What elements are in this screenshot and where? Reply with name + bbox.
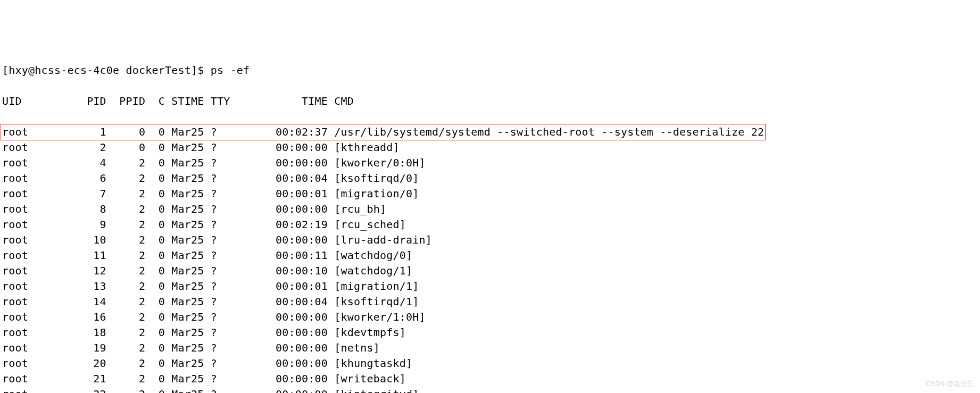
ps-header: UID PID PPID C STIME TTY TIME CMD bbox=[2, 94, 978, 109]
table-row: root 10 2 0 Mar25 ? 00:00:00 [lru-add-dr… bbox=[2, 232, 978, 248]
table-row: root 4 2 0 Mar25 ? 00:00:00 [kworker/0:0… bbox=[2, 155, 978, 171]
table-row: root 6 2 0 Mar25 ? 00:00:04 [ksoftirqd/0… bbox=[2, 171, 978, 186]
table-row: root 8 2 0 Mar25 ? 00:00:00 [rcu_bh] bbox=[2, 202, 978, 217]
table-row: root 12 2 0 Mar25 ? 00:00:10 [watchdog/1… bbox=[2, 263, 978, 279]
table-row: root 9 2 0 Mar25 ? 00:02:19 [rcu_sched] bbox=[2, 217, 978, 232]
table-row: root 11 2 0 Mar25 ? 00:00:11 [watchdog/0… bbox=[2, 248, 978, 263]
table-row: root 1 0 0 Mar25 ? 00:02:37 /usr/lib/sys… bbox=[2, 124, 978, 140]
watermark: CSDN @花想云 bbox=[926, 380, 974, 389]
table-row: root 7 2 0 Mar25 ? 00:00:01 [migration/0… bbox=[2, 186, 978, 202]
table-row: root 19 2 0 Mar25 ? 00:00:00 [netns] bbox=[2, 340, 978, 356]
table-row: root 18 2 0 Mar25 ? 00:00:00 [kdevtmpfs] bbox=[2, 325, 978, 340]
table-row: root 21 2 0 Mar25 ? 00:00:00 [writeback] bbox=[2, 371, 978, 387]
table-row: root 2 0 0 Mar25 ? 00:00:00 [kthreadd] bbox=[2, 140, 978, 155]
table-row: root 20 2 0 Mar25 ? 00:00:00 [khungtaskd… bbox=[2, 356, 978, 371]
table-row: root 13 2 0 Mar25 ? 00:00:01 [migration/… bbox=[2, 279, 978, 294]
terminal-prompt: [hxy@hcss-ecs-4c0e dockerTest]$ ps -ef bbox=[2, 63, 978, 78]
table-row: root 22 2 0 Mar25 ? 00:00:00 [kintegrity… bbox=[2, 387, 978, 393]
table-row: root 14 2 0 Mar25 ? 00:00:04 [ksoftirqd/… bbox=[2, 294, 978, 310]
ps-rows: root 1 0 0 Mar25 ? 00:02:37 /usr/lib/sys… bbox=[2, 124, 978, 393]
highlighted-row: root 1 0 0 Mar25 ? 00:02:37 /usr/lib/sys… bbox=[1, 124, 766, 140]
table-row: root 16 2 0 Mar25 ? 00:00:00 [kworker/1:… bbox=[2, 310, 978, 325]
